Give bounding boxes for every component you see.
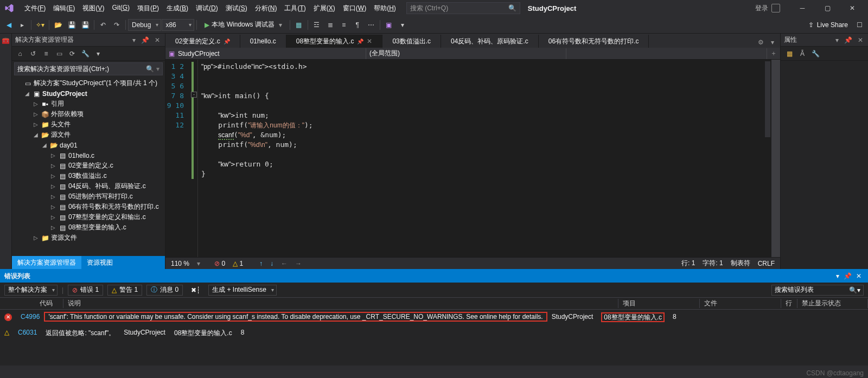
tb-icon-2[interactable]: ☲ (310, 18, 323, 31)
minimap[interactable] (765, 61, 770, 137)
menu-GitG[interactable]: Git(G) (108, 2, 133, 15)
new-item-button[interactable]: ✧▾ (34, 18, 47, 31)
scope-combo[interactable]: 整个解决方案 (4, 285, 58, 296)
column-header[interactable]: 说明 (63, 299, 618, 308)
tb-icon-5[interactable]: ¶ (351, 18, 364, 31)
tree-node[interactable]: ▷📁头文件 (12, 119, 165, 130)
panel-dropdown-icon[interactable]: ▾ (131, 36, 137, 44)
nav-scope[interactable]: (全局范围) (366, 48, 566, 59)
nav-fwd-button[interactable]: ▸ (16, 18, 29, 31)
preview-icon[interactable]: ▾ (92, 48, 104, 60)
tree-node[interactable]: ▷📦外部依赖项 (12, 109, 165, 119)
open-button[interactable]: 📂 (52, 18, 65, 31)
doc-tab[interactable]: 04反码、补码、原码验证.c (441, 35, 539, 48)
menu-测试S[interactable]: 测试(S) (222, 2, 251, 15)
menu-编辑E[interactable]: 编辑(E) (49, 2, 79, 15)
feedback-button[interactable]: ☐ (853, 18, 866, 31)
pin-icon[interactable]: 📌 (224, 39, 230, 44)
wrench-icon[interactable]: 🔧 (810, 48, 821, 59)
column-header[interactable]: 行 (781, 299, 797, 308)
column-header[interactable]: 代码 (35, 299, 63, 308)
close-button[interactable]: ✕ (840, 0, 865, 16)
doc-tab[interactable]: 06有符号数和无符号数的打印.c (539, 35, 649, 48)
live-share-button[interactable]: ⇪Live Share (804, 21, 852, 29)
tab-overflow-icon[interactable]: ⚙ (755, 37, 766, 48)
nav-add-button[interactable]: ＋ (767, 49, 780, 58)
solution-search[interactable]: 搜索解决方案资源管理器(Ctrl+;) 🔍▾ (14, 62, 163, 75)
tree-node[interactable]: ◢📂源文件 (12, 130, 165, 140)
line-endings[interactable]: CRLF (758, 260, 775, 267)
warning-count-icon[interactable]: △ (233, 260, 238, 267)
tb-icon-4[interactable]: ≡ (337, 18, 350, 31)
menu-视图V[interactable]: 视图(V) (79, 2, 108, 15)
error-row[interactable]: ✕C4996'scanf': This function or variable… (0, 310, 868, 325)
code-text[interactable]: "pp">#include"inc"><stdio.h> "kw">int ma… (198, 60, 771, 257)
tree-node[interactable]: ▷📁资源文件 (12, 233, 165, 243)
column-header[interactable]: 文件 (700, 299, 781, 308)
solution-tree[interactable]: ▭解决方案"StudyCProject"(1 个项目/共 1 个)◢▣Study… (12, 77, 165, 256)
clear-filter-icon[interactable]: ✖┆ (187, 285, 204, 296)
tb-icon-7[interactable]: ▣ (382, 18, 395, 31)
platform-combo[interactable]: x86 (162, 19, 194, 31)
tree-node[interactable]: ▷▤05进制的书写和打印.c (12, 191, 165, 202)
menu-分析N[interactable]: 分析(N) (251, 2, 281, 15)
tb-icon-8[interactable]: ▾ (396, 18, 409, 31)
panel-dropdown-icon[interactable]: ▾ (834, 36, 840, 44)
user-icon[interactable] (771, 4, 780, 12)
menu-项目P[interactable]: 项目(P) (133, 2, 163, 15)
undo-button[interactable]: ↶ (97, 18, 110, 31)
tree-node[interactable]: ▷▤03数值溢出.c (12, 171, 165, 181)
config-combo[interactable]: Debug (128, 19, 161, 31)
tree-node[interactable]: ▷▤01hello.c (12, 150, 165, 161)
sync-icon[interactable]: ↺ (27, 48, 39, 60)
menu-工具T[interactable]: 工具(T) (280, 2, 309, 15)
maximize-button[interactable]: ▢ (815, 0, 840, 16)
save-button[interactable]: 💾 (65, 18, 78, 31)
tree-node[interactable]: ▷▤02变量的定义.c (12, 161, 165, 171)
nav-right-icon[interactable]: → (295, 260, 302, 267)
home-icon[interactable]: ⌂ (14, 48, 26, 60)
menu-调试D[interactable]: 调试(D) (192, 2, 222, 15)
tree-node[interactable]: ▷■▪引用 (12, 99, 165, 109)
doc-tab[interactable]: 02变量的定义.c📌 (165, 35, 240, 48)
show-all-icon[interactable]: ▭ (53, 48, 65, 60)
tab-solution-explorer[interactable]: 解决方案资源管理器 (12, 256, 81, 269)
zoom-level[interactable]: 110 % (171, 260, 189, 267)
close-tab-icon[interactable]: ✕ (367, 37, 372, 45)
pin-icon[interactable]: 📌 (843, 36, 854, 44)
panel-close-icon[interactable]: ✕ (856, 36, 865, 44)
toolbox-icon[interactable]: 🧰 (2, 37, 10, 44)
refresh-icon[interactable]: ⟳ (66, 48, 78, 60)
doc-tab[interactable]: 03数值溢出.c (382, 35, 441, 48)
code-area[interactable]: 1 2 3 4 5 6 7 8 9 10 11 12 "pp">#include… (165, 60, 780, 257)
doc-tab[interactable]: 01hello.c (240, 35, 286, 48)
tree-node[interactable]: ▷▤06有符号数和无符号数的打印.c (12, 202, 165, 212)
pin-icon[interactable]: 📌 (139, 36, 151, 44)
categorize-icon[interactable]: ▦ (784, 48, 795, 59)
sign-in-link[interactable]: 登录 (755, 4, 768, 13)
nav-back-button[interactable]: ◀ (2, 18, 15, 31)
tab-resource-view[interactable]: 资源视图 (81, 256, 118, 269)
doc-tab[interactable]: 08整型变量的输入.c📌✕ (286, 35, 383, 48)
menu-帮助H[interactable]: 帮助(H) (370, 2, 400, 15)
tb-icon-1[interactable]: ▦ (292, 18, 305, 31)
global-search[interactable]: 搜索 (Ctrl+Q) 🔍 (406, 2, 520, 14)
properties-icon[interactable]: 🔧 (79, 48, 91, 60)
pin-icon[interactable]: 📌 (841, 272, 854, 280)
tree-node[interactable]: ◢▣StudyCProject (12, 88, 165, 99)
tree-node[interactable]: ◢📂day01 (12, 140, 165, 150)
warnings-filter[interactable]: △警告 1 (107, 285, 142, 296)
menu-生成B[interactable]: 生成(B) (163, 2, 192, 15)
minimize-button[interactable]: ─ (790, 0, 815, 16)
nav-down-icon[interactable]: ↓ (270, 260, 273, 267)
tree-node[interactable]: ▭解决方案"StudyCProject"(1 个项目/共 1 个) (12, 78, 165, 88)
alpha-sort-icon[interactable]: Ā (797, 48, 808, 59)
menu-扩展X[interactable]: 扩展(X) (310, 2, 339, 15)
tree-node[interactable]: ▷▤07整型变量的定义和输出.c (12, 212, 165, 222)
errors-filter[interactable]: ⊘错误 1 (68, 285, 103, 296)
nav-project[interactable]: ▣StudyCProject (165, 48, 366, 59)
tree-node[interactable]: ▷▤04反码、补码、原码验证.c (12, 181, 165, 191)
nav-up-icon[interactable]: ↑ (259, 260, 263, 267)
indent-mode[interactable]: 制表符 (731, 259, 750, 268)
error-row[interactable]: △C6031返回值被忽略: "scanf"。StudyCProject08整型变… (0, 325, 868, 341)
